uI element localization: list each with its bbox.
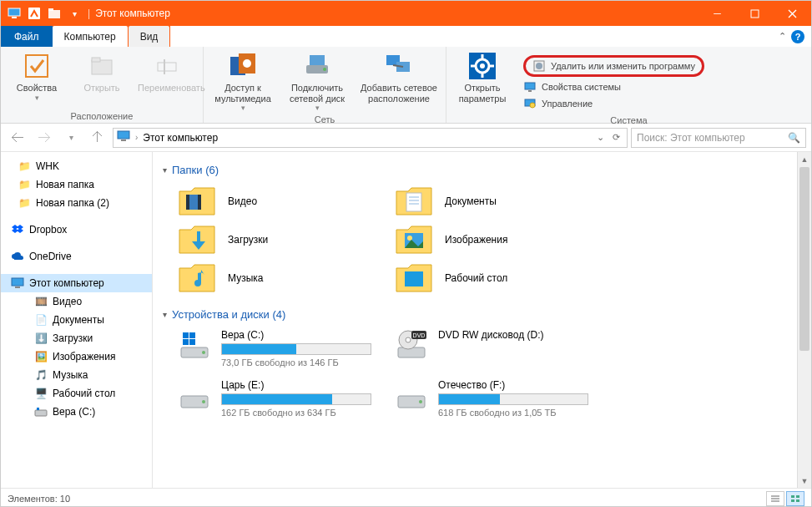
tree-item-downloads[interactable]: ⬇️Загрузки <box>1 329 152 347</box>
ribbon-collapse-icon[interactable]: ⌃ <box>779 31 786 42</box>
drive-c[interactable]: Вера (C:) 73,0 ГБ свободно из 146 ГБ <box>178 329 370 368</box>
add-net-location-button[interactable]: Добавить сетевое расположение <box>359 50 439 104</box>
tree-item-desktop[interactable]: 🖥️Рабочий стол <box>1 384 152 403</box>
music-folder-icon <box>178 261 216 295</box>
maximize-button[interactable] <box>736 1 774 26</box>
status-bar: Элементов: 10 <box>1 488 811 507</box>
folder-music[interactable]: Музыка <box>178 261 370 295</box>
search-input[interactable]: Поиск: Этот компьютер 🔍 <box>631 128 806 148</box>
section-drives[interactable]: Устройства и диски (4) <box>163 308 801 321</box>
svg-rect-30 <box>528 90 532 92</box>
status-item-count: Элементов: 10 <box>8 494 70 504</box>
folder-label: Документы <box>445 195 497 207</box>
dropbox-icon <box>11 223 24 236</box>
svg-text:DVD: DVD <box>413 332 426 338</box>
tree-item[interactable]: 📁Новая папка <box>1 175 152 194</box>
tree-item-pictures[interactable]: 🖼️Изображения <box>1 347 152 366</box>
tree-item[interactable]: 📁WHK <box>1 157 152 175</box>
drive-subtext: 73,0 ГБ свободно из 146 ГБ <box>221 357 371 368</box>
section-folders[interactable]: Папки (6) <box>163 164 801 176</box>
scroll-thumb[interactable] <box>799 167 809 351</box>
tree-item-video[interactable]: 🎞️Видео <box>1 292 152 311</box>
svg-point-13 <box>243 59 251 68</box>
svg-rect-67 <box>791 495 794 498</box>
scroll-down-icon[interactable]: ▼ <box>798 474 811 488</box>
svg-rect-9 <box>158 63 176 71</box>
tree-this-pc[interactable]: Этот компьютер <box>1 274 152 292</box>
tab-computer[interactable]: Компьютер <box>53 26 128 47</box>
capacity-bar <box>438 393 588 405</box>
drive-icon <box>34 405 48 418</box>
drive-dvd[interactable]: DVD DVD RW дисковод (D:) <box>395 329 587 368</box>
folder-desktop[interactable]: Рабочий стол <box>395 261 587 295</box>
svg-point-22 <box>480 63 485 68</box>
tab-file[interactable]: Файл <box>1 26 53 47</box>
svg-rect-53 <box>183 339 189 345</box>
navigation-tree[interactable]: 📁WHK 📁Новая папка 📁Новая папка (2) Dropb… <box>1 152 153 488</box>
network-location-icon <box>385 52 413 80</box>
tree-item-documents[interactable]: 📄Документы <box>1 311 152 329</box>
map-drive-button[interactable]: Подключить сетевой диск ▾ <box>282 50 352 113</box>
address-dropdown-icon[interactable]: ⌄ <box>593 132 608 143</box>
open-folder-icon <box>88 52 116 80</box>
recent-locations-button[interactable]: ▾ <box>59 126 83 150</box>
tree-dropbox[interactable]: Dropbox <box>1 221 152 239</box>
minimize-button[interactable]: ─ <box>699 1 736 26</box>
drive-f[interactable]: Отечество (F:) 618 ГБ свободно из 1,05 Т… <box>395 379 587 418</box>
svg-rect-51 <box>183 332 189 338</box>
qat-dropdown-icon[interactable]: ▾ <box>66 5 83 22</box>
capacity-bar <box>221 393 371 405</box>
svg-rect-34 <box>121 139 126 141</box>
close-button[interactable] <box>774 1 811 26</box>
chevron-right-icon[interactable]: › <box>135 133 138 142</box>
open-settings-button[interactable]: Открыть параметры <box>453 50 512 104</box>
details-view-button[interactable] <box>766 491 784 506</box>
svg-rect-5 <box>751 10 759 18</box>
svg-rect-15 <box>310 55 325 65</box>
svg-rect-3 <box>48 10 60 18</box>
forward-button[interactable]: 🡢 <box>33 126 56 150</box>
tree-item-music[interactable]: 🎵Музыка <box>1 366 152 384</box>
folder-pictures[interactable]: Изображения <box>395 223 587 256</box>
system-properties-button[interactable]: Свойства системы <box>523 80 706 94</box>
vertical-scrollbar[interactable]: ▲ ▼ <box>797 152 811 488</box>
tree-item-drive-c[interactable]: Вера (C:) <box>1 403 152 421</box>
folder-icon: 📁 <box>18 160 31 173</box>
content-view[interactable]: Папки (6) Видео Документы Загрузки Изобр… <box>153 152 811 488</box>
folder-documents[interactable]: Документы <box>395 185 587 218</box>
drive-name: Отечество (F:) <box>438 379 588 391</box>
folder-video[interactable]: Видео <box>178 185 370 218</box>
back-button[interactable]: 🡠 <box>6 126 29 150</box>
search-icon: 🔍 <box>788 132 800 144</box>
uninstall-icon <box>532 59 546 73</box>
management-label: Управление <box>542 99 593 109</box>
desktop-folder-icon <box>395 261 433 295</box>
properties-qat-icon[interactable] <box>26 5 43 22</box>
tab-view[interactable]: Вид <box>129 26 170 47</box>
folder-downloads[interactable]: Загрузки <box>178 223 370 256</box>
help-icon[interactable]: ? <box>791 30 804 43</box>
this-pc-icon <box>6 5 23 22</box>
tree-item[interactable]: 📁Новая папка (2) <box>1 194 152 212</box>
ribbon-group-location: Свойства ▾ Открыть Переименовать Располо… <box>1 47 204 123</box>
breadcrumb-root[interactable]: Этот компьютер <box>143 132 218 144</box>
media-access-label: Доступ к мультимедиа <box>210 83 275 104</box>
rename-button: Переименовать <box>138 50 196 94</box>
scroll-up-icon[interactable]: ▲ <box>798 152 811 166</box>
media-access-button[interactable]: Доступ к мультимедиа ▾ <box>210 50 275 113</box>
capacity-bar <box>221 343 371 355</box>
refresh-button[interactable]: ⟳ <box>609 132 623 143</box>
drive-e[interactable]: Царь (E:) 162 ГБ свободно из 634 ГБ <box>178 379 370 418</box>
new-folder-qat-icon[interactable] <box>46 5 63 22</box>
management-button[interactable]: Управление <box>523 97 706 110</box>
rename-icon <box>153 52 181 80</box>
system-list: Удалить или изменить программу Свойства … <box>518 50 711 114</box>
properties-button[interactable]: Свойства ▾ <box>8 50 66 102</box>
address-bar[interactable]: › Этот компьютер ⌄ ⟳ <box>113 128 628 148</box>
uninstall-program-button[interactable]: Удалить или изменить программу <box>523 55 704 77</box>
tree-onedrive[interactable]: OneDrive <box>1 247 152 266</box>
large-icons-view-button[interactable] <box>786 491 804 506</box>
ribbon: Свойства ▾ Открыть Переименовать Располо… <box>1 47 811 124</box>
up-button[interactable]: 🡡 <box>86 126 109 150</box>
svg-rect-29 <box>525 83 535 89</box>
